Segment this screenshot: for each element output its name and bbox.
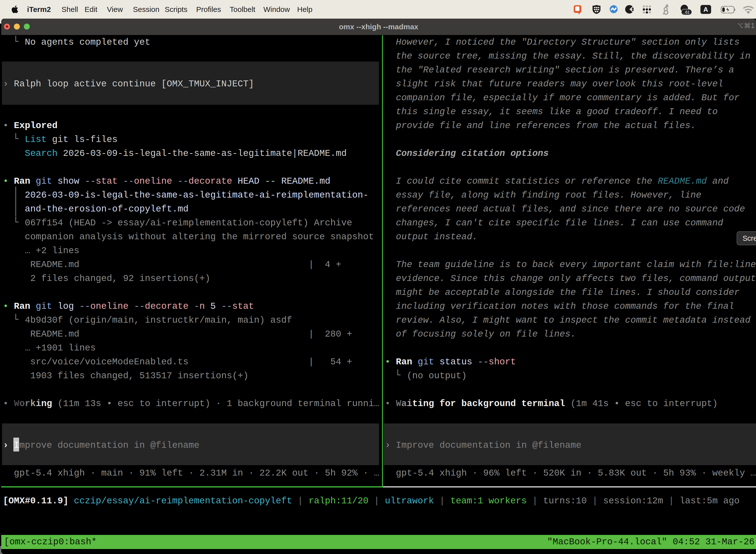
svg-text:..61: ..61 xyxy=(683,10,690,14)
